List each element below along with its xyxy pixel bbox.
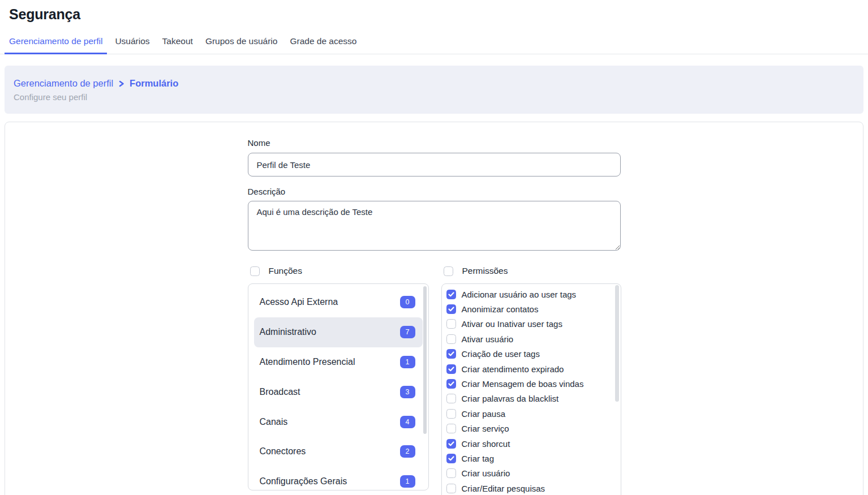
tab-takeout[interactable]: Takeout [158,36,197,54]
permissao-item-criar-atendimento-expirado[interactable]: Criar atendimento expirado [442,361,621,376]
permissoes-list: Adicionar usuário ao user tags Anonimiza… [441,283,621,495]
permissao-checkbox[interactable] [446,364,456,374]
permissao-item-criar-shorcut[interactable]: Criar shorcut [442,436,621,451]
funcoes-item-administrativo[interactable]: Administrativo 7 [254,317,423,347]
permissao-item-anonimizar-contatos[interactable]: Anonimizar contatos [442,302,621,316]
page-title: Segurança [9,6,868,23]
permissao-label: Criar usuário [462,468,510,478]
form-card: Nome Descrição Aqui é uma descrição de T… [5,122,863,495]
funcoes-item-count-badge: 3 [400,386,415,398]
permissao-item-criar-editar-pesquisas[interactable]: Criar/Editar pesquisas [442,481,621,495]
page-header: Segurança Gerenciamento de perfilUsuário… [0,6,868,54]
permissao-label: Criar shorcut [462,439,510,449]
tab-grupos-de-usu-rio[interactable]: Grupos de usuário [201,36,282,54]
tab-grade-de-acesso[interactable]: Grade de acesso [285,36,361,54]
permissao-label: Criar serviço [462,424,509,433]
breadcrumb-current: Formulário [130,78,178,89]
permissao-checkbox[interactable] [446,334,456,344]
permissao-label: Criar Mensagem de boas vindas [462,379,584,389]
tab-label: Takeout [162,36,193,46]
funcoes-item-canais[interactable]: Canais 4 [254,407,423,437]
funcoes-item-configura-es-gerais[interactable]: Configurações Gerais 1 [254,467,423,490]
funcoes-item-count-badge: 1 [400,475,415,488]
permissao-item-ativar-usu-rio[interactable]: Ativar usuário [442,332,621,346]
funcoes-item-label: Configurações Gerais [260,476,347,487]
tab-label: Gerenciamento de perfil [9,36,102,46]
funcoes-item-label: Administrativo [260,327,316,337]
funcoes-item-label: Acesso Api Externa [260,297,338,307]
funcoes-item-count-badge: 1 [400,356,415,368]
check-icon [448,381,454,386]
permissao-item-criar-pausa[interactable]: Criar pausa [442,406,621,421]
funcoes-item-label: Broadcast [260,387,300,397]
nome-input[interactable] [248,153,621,177]
check-icon [448,367,454,372]
permissao-checkbox[interactable] [446,290,456,299]
permissao-checkbox[interactable] [446,409,456,419]
tab-label: Grupos de usuário [205,36,278,46]
funcoes-item-conectores[interactable]: Conectores 2 [254,437,423,467]
permissao-label: Criar/Editar pesquisas [462,484,545,493]
funcoes-item-acesso-api-externa[interactable]: Acesso Api Externa 0 [254,287,423,317]
permissoes-header: Permissões [444,266,621,276]
funcoes-header: Funções [250,266,429,276]
permissao-checkbox[interactable] [446,394,456,403]
funcoes-item-label: Canais [260,417,288,427]
tab-usu-rios[interactable]: Usuários [110,36,154,54]
permissao-item-criar-tag[interactable]: Criar tag [442,451,621,466]
check-icon [448,307,454,312]
permissao-checkbox[interactable] [446,484,456,493]
permissao-checkbox[interactable] [446,349,456,359]
check-icon [448,441,454,446]
permissao-label: Anonimizar contatos [462,304,539,314]
tab-gerenciamento-de-perfil[interactable]: Gerenciamento de perfil [5,36,107,54]
funcoes-list: Acesso Api Externa 0 Administrativo 7 At… [248,283,429,490]
permissao-checkbox[interactable] [446,439,456,449]
funcoes-item-atendimento-presencial[interactable]: Atendimento Presencial 1 [254,347,423,377]
permissoes-scrollbar[interactable] [615,285,619,402]
profile-form: Nome Descrição Aqui é uma descrição de T… [248,122,621,495]
permissao-label: Ativar usuário [462,334,514,344]
breadcrumb: Gerenciamento de perfil Formulário [14,78,854,89]
permissao-item-criar-usu-rio[interactable]: Criar usuário [442,466,621,481]
descricao-label: Descrição [248,186,621,197]
permissao-checkbox[interactable] [446,454,456,463]
permissao-item-adicionar-usu-rio-ao-user-tags[interactable]: Adicionar usuário ao user tags [442,287,621,302]
permissao-checkbox[interactable] [446,468,456,478]
lists-row: Funções Acesso Api Externa 0 Administrat… [248,266,621,495]
funcoes-column: Funções Acesso Api Externa 0 Administrat… [248,266,429,495]
breadcrumb-banner: Gerenciamento de perfil Formulário Confi… [5,66,863,114]
funcoes-item-count-badge: 4 [400,416,415,428]
permissao-item-cria-o-de-user-tags[interactable]: Criação de user tags [442,347,621,361]
permissao-checkbox[interactable] [446,319,456,329]
tab-label: Grade de acesso [290,36,356,46]
funcoes-scrollbar[interactable] [423,286,427,434]
permissao-label: Criar atendimento expirado [462,364,564,374]
permissao-item-criar-palavras-da-blacklist[interactable]: Criar palavras da blacklist [442,391,621,406]
permissao-checkbox[interactable] [446,379,456,389]
check-icon [448,456,454,461]
permissao-label: Adicionar usuário ao user tags [462,290,577,299]
tab-label: Usuários [115,36,149,46]
permissao-item-criar-mensagem-de-boas-vindas[interactable]: Criar Mensagem de boas vindas [442,376,621,391]
tab-bar: Gerenciamento de perfilUsuáriosTakeoutGr… [0,36,868,54]
permissao-item-criar-servi-o[interactable]: Criar serviço [442,421,621,436]
permissao-item-ativar-ou-inativar-user-tags[interactable]: Ativar ou Inativar user tags [442,317,621,332]
funcoes-label: Funções [269,266,302,276]
permissao-checkbox[interactable] [446,304,456,314]
permissao-checkbox[interactable] [446,424,456,433]
funcoes-item-count-badge: 2 [400,445,415,458]
banner-subtitle: Configure seu perfil [14,92,854,102]
chevron-right-icon [118,80,125,88]
check-icon [448,351,454,356]
funcoes-select-all-checkbox[interactable] [250,266,260,276]
funcoes-item-count-badge: 7 [400,326,415,338]
permissao-label: Criar palavras da blacklist [462,394,559,403]
permissao-label: Ativar ou Inativar user tags [462,319,562,329]
descricao-textarea[interactable]: Aqui é uma descrição de Teste [248,201,621,251]
permissoes-select-all-checkbox[interactable] [444,266,453,276]
breadcrumb-parent-link[interactable]: Gerenciamento de perfil [14,78,113,89]
permissao-label: Criar pausa [462,409,506,419]
funcoes-item-broadcast[interactable]: Broadcast 3 [254,377,423,407]
permissoes-column: Permissões Adicionar usuário ao user tag… [441,266,621,495]
